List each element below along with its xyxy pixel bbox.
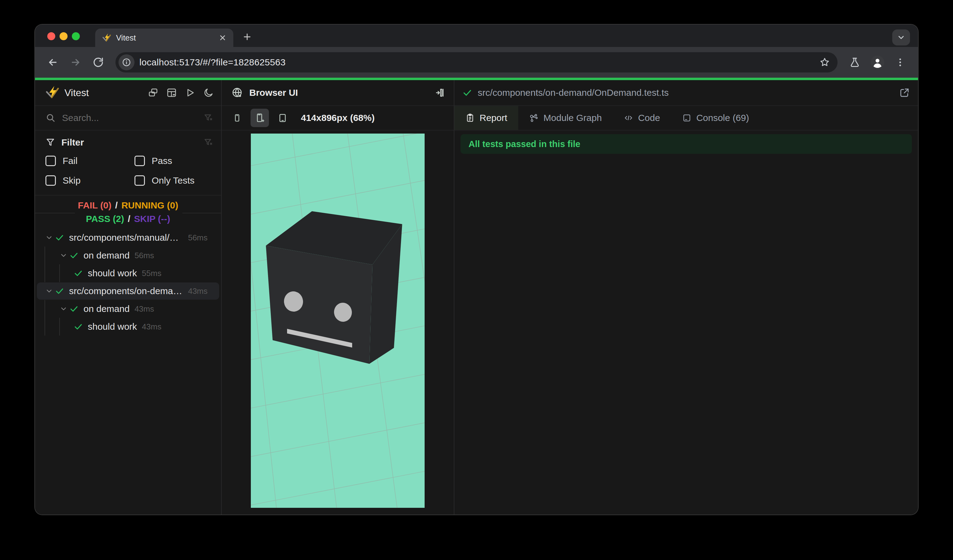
tree-item-label: src/components/manual/… [69,233,178,243]
terminal-icon [682,113,691,123]
checkbox[interactable] [45,175,56,186]
checkbox[interactable] [135,156,145,166]
dashboard-icon[interactable] [166,87,177,98]
maximize-window-button[interactable] [72,32,80,40]
report-header: src/components/on-demand/OnDemand.test.t… [455,80,918,106]
phone-plus-icon[interactable] [250,109,269,127]
address-bar[interactable]: localhost:5173/#/?file=1828625563 [115,52,838,73]
checkbox[interactable] [45,156,56,166]
fail-count: FAIL (0) [78,200,112,211]
duration-label: 56ms [188,233,221,242]
pass-check-icon [54,233,65,242]
tab-label: Code [638,113,660,123]
tree-test-row[interactable]: should work43ms [35,318,221,335]
device-toolbar: 414x896px (68%) [222,106,454,130]
pass-check-icon [54,287,65,296]
chevron-down-icon[interactable] [58,305,69,313]
close-window-button[interactable] [47,32,55,40]
tree-item-label: src/components/on-dema… [69,286,182,296]
clipboard-icon [466,113,475,123]
tree-suite-row[interactable]: on demand43ms [35,300,221,318]
tab-label: Module Graph [543,113,602,123]
browser-ui-panel: Browser UI 414x896px (68%) [222,80,455,515]
vitest-favicon-icon [102,33,111,42]
tree-file-row[interactable]: src/components/on-dema…43ms [35,282,221,300]
counter-separator: / [115,200,118,211]
chevron-down-icon[interactable] [44,287,54,295]
tree-file-row[interactable]: src/components/manual/…56ms [35,229,221,247]
viewport-size-label: 414x896px (68%) [301,113,374,123]
minimize-window-button[interactable] [60,32,68,40]
browser-ui-header: Browser UI [222,80,454,106]
experiments-flask-icon[interactable] [845,53,865,72]
tab-label: Console (69) [696,113,749,123]
tree-suite-row[interactable]: on demand56ms [35,247,221,264]
pass-check-icon [69,304,79,313]
checkbox[interactable] [135,175,145,186]
counter-separator: / [128,214,130,224]
reload-icon[interactable] [88,53,108,72]
checkbox-label: Fail [63,156,78,166]
browser-menu-icon[interactable] [890,53,910,72]
sidebar-header: Vitest [35,80,221,106]
tab-strip: Vitest [35,25,918,47]
report-panel: src/components/on-demand/OnDemand.test.t… [455,80,918,515]
tab-code[interactable]: Code [613,106,671,130]
small-phone-icon[interactable] [228,109,246,127]
search-input[interactable]: Search... [62,113,197,123]
chevron-down-icon[interactable] [44,234,54,242]
open-in-editor-icon[interactable] [899,87,910,98]
collapse-panels-icon[interactable] [148,87,158,98]
duration-label: 43ms [135,304,154,314]
bookmark-star-icon[interactable] [816,54,833,71]
test-viewport-3d-scene[interactable] [251,133,425,508]
checkbox-label: Skip [63,175,81,186]
filter-option-pass[interactable]: Pass [135,156,214,166]
tab-console-69[interactable]: Console (69) [671,106,760,130]
browser-ui-title: Browser UI [249,87,428,98]
tab-search-button[interactable] [892,29,910,45]
clear-filters-icon[interactable] [203,137,214,148]
back-icon[interactable] [43,53,63,72]
run-all-icon[interactable] [185,87,195,98]
dark-mode-moon-icon[interactable] [203,87,214,98]
tablet-icon[interactable] [273,109,292,127]
forward-icon[interactable] [66,53,85,72]
browser-toolbar: localhost:5173/#/?file=1828625563 [35,47,918,78]
test-counters: FAIL (0) / RUNNING (0) PASS (2) / SKIP (… [35,195,221,226]
checkbox-label: Pass [152,156,172,166]
url-text[interactable]: localhost:5173/#/?file=1828625563 [140,57,811,68]
filter-option-fail[interactable]: Fail [45,156,135,166]
close-tab-icon[interactable] [219,34,227,42]
tree-item-label: should work [88,321,137,332]
clear-search-filter-icon[interactable] [203,113,214,123]
tree-item-label: should work [88,268,137,278]
profile-avatar[interactable] [868,53,887,72]
pass-check-icon [69,251,79,260]
test-tree: src/components/manual/…56mson demand56ms… [35,229,221,515]
filter-title: Filter [61,137,197,148]
tab-report[interactable]: Report [455,106,518,130]
chevron-down-icon[interactable] [58,251,69,259]
app-title: Vitest [64,87,143,99]
duration-label: 43ms [142,322,161,332]
new-tab-button[interactable] [240,30,254,44]
browser-tab[interactable]: Vitest [95,29,233,47]
all-tests-passed-banner: All tests passed in this file [461,134,912,154]
filter-option-skip[interactable]: Skip [45,175,135,186]
tab-module-graph[interactable]: Module Graph [518,106,613,130]
window-controls [47,32,80,40]
filter-funnel-icon [45,138,55,147]
site-info-icon[interactable] [118,54,135,70]
dock-panel-right-icon[interactable] [434,87,445,98]
tree-test-row[interactable]: should work55ms [35,264,221,282]
filter-option-only-tests[interactable]: Only Tests [135,175,214,186]
search-row: Search... [35,106,221,130]
report-tabs: ReportModule GraphCodeConsole (69) [455,106,918,130]
code-icon [624,113,633,123]
tree-item-label: on demand [84,250,130,261]
tab-label: Report [480,113,507,123]
pass-check-icon [73,322,84,331]
browser-window: Vitest localhost:5173/#/?file=1828625563 [35,25,918,515]
search-icon [45,113,56,123]
